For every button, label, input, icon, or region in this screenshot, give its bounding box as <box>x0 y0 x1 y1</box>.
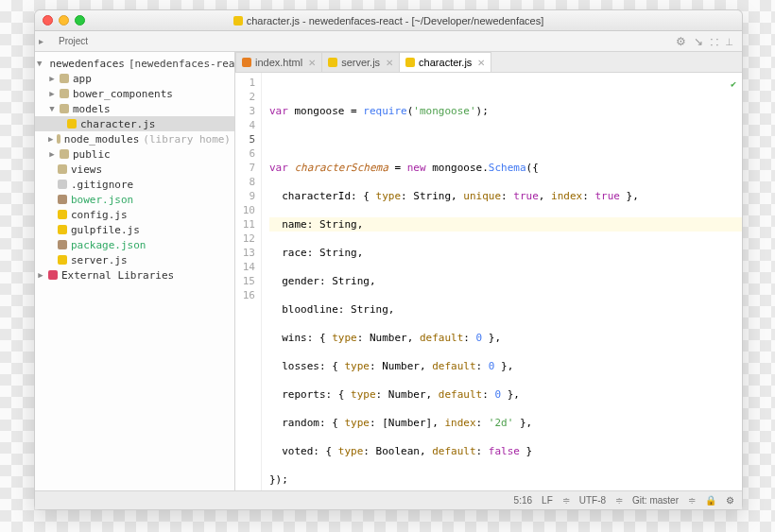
folder-icon <box>58 164 67 174</box>
project-tree[interactable]: ▼ newedenfaces [newedenfaces-react] ▶app… <box>35 52 235 490</box>
lock-icon[interactable]: 🔒 <box>705 495 716 506</box>
folder-icon <box>57 134 60 144</box>
tree-external-libs[interactable]: External Libraries <box>61 269 174 282</box>
folder-icon <box>60 89 69 98</box>
toolbar: ▸ Project ⚙ ↘ ⸬ ⟂ <box>35 31 742 52</box>
tree-item[interactable]: gulpfile.js <box>71 224 140 236</box>
tree-item-selected[interactable]: character.js <box>35 116 234 131</box>
chevron-right-icon[interactable]: ▶ <box>48 149 56 159</box>
expand-icon[interactable]: ⸬ <box>711 35 718 48</box>
chevron-right-icon[interactable]: ▶ <box>48 134 53 144</box>
hide-icon[interactable]: ⟂ <box>726 35 732 48</box>
cursor-position[interactable]: 5:16 <box>514 495 532 506</box>
tree-item[interactable]: node_modules <box>64 133 139 146</box>
tree-item[interactable]: public <box>73 148 111 161</box>
tree-root-name[interactable]: newedenfaces <box>49 58 124 70</box>
tree-item[interactable]: .gitignore <box>71 179 133 191</box>
line-gutter: 12345678 910111213141516 <box>235 73 262 490</box>
file-js-icon <box>58 255 67 265</box>
tree-item[interactable]: config.js <box>71 209 128 221</box>
settings-icon[interactable]: ⚙ <box>726 495 734 506</box>
project-tool-label[interactable]: Project <box>43 36 94 46</box>
file-js-icon <box>328 58 337 67</box>
status-bar: 5:16 LF≑ UTF-8≑ Git: master≑ 🔒 ⚙ <box>35 490 742 509</box>
tab-server-js[interactable]: server.js✕ <box>321 52 400 72</box>
maximize-window-icon[interactable] <box>75 15 85 26</box>
tree-item[interactable]: package.json <box>71 239 146 251</box>
code-editor[interactable]: 12345678 910111213141516 ✔ var mongoose … <box>235 73 742 490</box>
folder-icon <box>60 104 69 113</box>
tab-index-html[interactable]: index.html✕ <box>235 52 322 72</box>
tree-item[interactable]: models <box>73 103 111 115</box>
file-js-icon <box>405 58 415 67</box>
git-branch[interactable]: Git: master <box>632 495 679 506</box>
file-js-icon <box>58 225 67 234</box>
editor-tabs: index.html✕ server.js✕ character.js✕ <box>235 52 742 73</box>
minimize-window-icon[interactable] <box>59 15 69 26</box>
folder-icon <box>60 149 69 159</box>
file-js-icon <box>58 210 67 219</box>
tree-item[interactable]: server.js <box>71 254 128 266</box>
close-icon[interactable]: ✕ <box>308 58 316 68</box>
line-separator[interactable]: LF <box>542 495 553 506</box>
file-json-icon <box>58 195 67 204</box>
collapse-icon[interactable]: ↘ <box>694 35 703 48</box>
file-json-icon <box>58 240 67 249</box>
file-html-icon <box>242 58 251 67</box>
encoding[interactable]: UTF-8 <box>579 495 606 506</box>
window-title: character.js - newedenfaces-react - [~/D… <box>247 15 544 26</box>
inspection-ok-icon[interactable]: ✔ <box>731 77 736 91</box>
chevron-down-icon[interactable]: ▼ <box>37 59 42 68</box>
tree-item[interactable]: app <box>73 73 92 85</box>
chevron-right-icon[interactable]: ▶ <box>48 89 56 98</box>
file-icon <box>58 180 67 189</box>
library-icon <box>48 270 58 280</box>
folder-icon <box>60 74 69 83</box>
close-icon[interactable]: ✕ <box>386 58 393 68</box>
titlebar[interactable]: character.js - newedenfaces-react - [~/D… <box>35 10 742 31</box>
tree-item[interactable]: bower_components <box>73 88 173 100</box>
tree-item[interactable]: views <box>71 163 102 176</box>
tree-item[interactable]: bower.json <box>71 194 133 206</box>
tab-character-js[interactable]: character.js✕ <box>399 52 491 72</box>
chevron-right-icon[interactable]: ▶ <box>48 74 56 83</box>
close-icon[interactable]: ✕ <box>477 58 485 68</box>
file-js-icon <box>233 16 243 26</box>
gear-icon[interactable]: ⚙ <box>676 35 686 48</box>
file-js-icon <box>67 119 77 129</box>
tree-hint: (library home) <box>143 133 231 146</box>
chevron-down-icon[interactable]: ▼ <box>48 104 56 113</box>
chevron-right-icon[interactable]: ▶ <box>37 270 44 280</box>
close-window-icon[interactable] <box>43 15 53 26</box>
app-window: character.js - newedenfaces-react - [~/D… <box>34 9 743 510</box>
